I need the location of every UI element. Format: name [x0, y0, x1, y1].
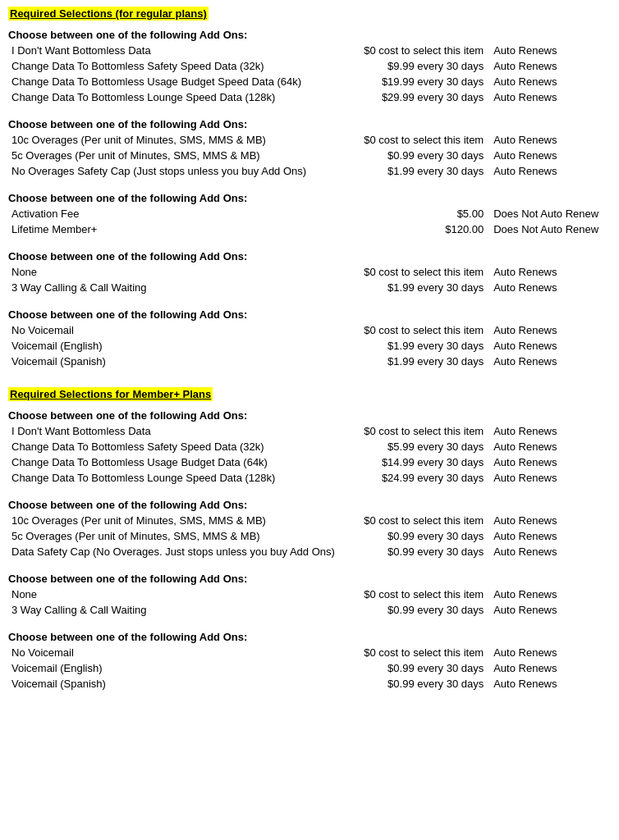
addon-renew: Auto Renews — [490, 43, 611, 58]
addon-price: $1.99 every 30 days — [340, 338, 491, 354]
addon-name: Change Data To Bottomless Lounge Speed D… — [8, 89, 340, 105]
addon-table-0-3: None$0 cost to select this itemAuto Rene… — [8, 264, 611, 295]
addon-renew: Auto Renews — [490, 423, 611, 439]
table-row: Voicemail (English)$0.99 every 30 daysAu… — [8, 660, 611, 676]
group-header-1-3: Choose between one of the following Add … — [8, 631, 611, 643]
addon-name: Voicemail (Spanish) — [8, 354, 340, 369]
addon-renew: Auto Renews — [490, 58, 611, 74]
addon-name: Voicemail (Spanish) — [8, 676, 340, 692]
addon-price: $0 cost to select this item — [340, 43, 491, 58]
table-row: I Don't Want Bottomless Data$0 cost to s… — [8, 43, 611, 58]
addon-renew: Auto Renews — [490, 660, 611, 676]
table-row: 10c Overages (Per unit of Minutes, SMS, … — [8, 513, 611, 528]
table-row: Lifetime Member+$120.00Does Not Auto Ren… — [8, 221, 611, 237]
spacer — [8, 107, 611, 113]
table-row: Voicemail (English)$1.99 every 30 daysAu… — [8, 338, 611, 354]
addon-table-1-2: None$0 cost to select this itemAuto Rene… — [8, 587, 611, 618]
group-header-0-2: Choose between one of the following Add … — [8, 192, 611, 204]
table-row: Voicemail (Spanish)$0.99 every 30 daysAu… — [8, 676, 611, 692]
spacer — [8, 487, 611, 494]
table-row: Activation Fee$5.00Does Not Auto Renew — [8, 206, 611, 221]
spacer — [8, 561, 611, 568]
section-spacer — [8, 377, 611, 387]
table-row: 5c Overages (Per unit of Minutes, SMS, M… — [8, 148, 611, 163]
addon-price: $0.99 every 30 days — [340, 660, 491, 676]
table-row: Change Data To Bottomless Usage Budget S… — [8, 74, 611, 89]
addon-renew: Auto Renews — [490, 280, 611, 295]
table-row: Data Safety Cap (No Overages. Just stops… — [8, 544, 611, 559]
addon-table-0-4: No Voicemail$0 cost to select this itemA… — [8, 322, 611, 369]
addon-price: $1.99 every 30 days — [340, 354, 491, 369]
addon-price: $0 cost to select this item — [340, 423, 491, 439]
addon-price: $29.99 every 30 days — [340, 89, 491, 105]
addon-name: Change Data To Bottomless Safety Speed D… — [8, 58, 340, 74]
addon-name: Change Data To Bottomless Safety Speed D… — [8, 439, 340, 454]
addon-name: 10c Overages (Per unit of Minutes, SMS, … — [8, 132, 340, 148]
addon-price: $1.99 every 30 days — [340, 163, 491, 179]
addon-name: I Don't Want Bottomless Data — [8, 423, 340, 439]
addon-price: $0 cost to select this item — [340, 322, 491, 338]
addon-renew: Auto Renews — [490, 454, 611, 470]
section-header-member-plus-plans: Required Selections for Member+ Plans — [8, 387, 213, 401]
addon-name: 3 Way Calling & Call Waiting — [8, 602, 340, 618]
spacer — [8, 371, 611, 377]
addon-price: $0.99 every 30 days — [340, 528, 491, 544]
addon-name: Change Data To Bottomless Lounge Speed D… — [8, 470, 340, 486]
addon-renew: Auto Renews — [490, 74, 611, 89]
addon-renew: Does Not Auto Renew — [490, 221, 611, 237]
table-row: No Voicemail$0 cost to select this itemA… — [8, 645, 611, 660]
addon-renew: Auto Renews — [490, 470, 611, 486]
addon-price: $0 cost to select this item — [340, 132, 491, 148]
addon-name: Voicemail (English) — [8, 338, 340, 354]
table-row: 3 Way Calling & Call Waiting$1.99 every … — [8, 280, 611, 295]
addon-name: 3 Way Calling & Call Waiting — [8, 280, 340, 295]
addon-renew: Auto Renews — [490, 544, 611, 559]
group-header-1-0: Choose between one of the following Add … — [8, 409, 611, 422]
addon-table-0-2: Activation Fee$5.00Does Not Auto RenewLi… — [8, 206, 611, 237]
addon-name: Change Data To Bottomless Usage Budget D… — [8, 454, 340, 470]
addon-name: No Voicemail — [8, 645, 340, 660]
addon-table-1-1: 10c Overages (Per unit of Minutes, SMS, … — [8, 513, 611, 559]
addon-renew: Auto Renews — [490, 676, 611, 692]
table-row: 5c Overages (Per unit of Minutes, SMS, M… — [8, 528, 611, 544]
table-row: None$0 cost to select this itemAuto Rene… — [8, 264, 611, 280]
addon-price: $0 cost to select this item — [340, 587, 491, 602]
addon-renew: Auto Renews — [490, 528, 611, 544]
addon-renew: Auto Renews — [490, 264, 611, 280]
addon-renew: Auto Renews — [490, 645, 611, 660]
addon-renew: Auto Renews — [490, 587, 611, 602]
addon-name: 5c Overages (Per unit of Minutes, SMS, M… — [8, 528, 340, 544]
addon-renew: Auto Renews — [490, 89, 611, 105]
addon-name: Lifetime Member+ — [8, 221, 340, 237]
addon-renew: Auto Renews — [490, 338, 611, 354]
addon-price: $0 cost to select this item — [340, 645, 491, 660]
addon-name: 5c Overages (Per unit of Minutes, SMS, M… — [8, 148, 340, 163]
addon-price: $0.99 every 30 days — [340, 602, 491, 618]
addon-table-1-0: I Don't Want Bottomless Data$0 cost to s… — [8, 423, 611, 486]
group-header-0-0: Choose between one of the following Add … — [8, 29, 611, 41]
addon-renew: Auto Renews — [490, 322, 611, 338]
section-header-regular-plans: Required Selections (for regular plans) — [8, 7, 209, 21]
spacer — [8, 693, 611, 700]
addon-price: $0 cost to select this item — [340, 513, 491, 528]
addon-price: $24.99 every 30 days — [340, 470, 491, 486]
addon-renew: Auto Renews — [490, 132, 611, 148]
addon-name: Data Safety Cap (No Overages. Just stops… — [8, 544, 340, 559]
addon-price: $14.99 every 30 days — [340, 454, 491, 470]
group-header-0-3: Choose between one of the following Add … — [8, 250, 611, 262]
spacer — [8, 619, 611, 626]
group-header-0-4: Choose between one of the following Add … — [8, 308, 611, 321]
spacer — [8, 180, 611, 187]
addon-renew: Does Not Auto Renew — [490, 206, 611, 221]
table-row: No Overages Safety Cap (Just stops unles… — [8, 163, 611, 179]
table-row: No Voicemail$0 cost to select this itemA… — [8, 322, 611, 338]
addon-renew: Auto Renews — [490, 354, 611, 369]
table-row: None$0 cost to select this itemAuto Rene… — [8, 587, 611, 602]
section-spacer — [8, 700, 611, 710]
addon-renew: Auto Renews — [490, 513, 611, 528]
spacer — [8, 297, 611, 304]
addon-renew: Auto Renews — [490, 148, 611, 163]
addon-price: $0.99 every 30 days — [340, 544, 491, 559]
table-row: 3 Way Calling & Call Waiting$0.99 every … — [8, 602, 611, 618]
addon-name: No Voicemail — [8, 322, 340, 338]
